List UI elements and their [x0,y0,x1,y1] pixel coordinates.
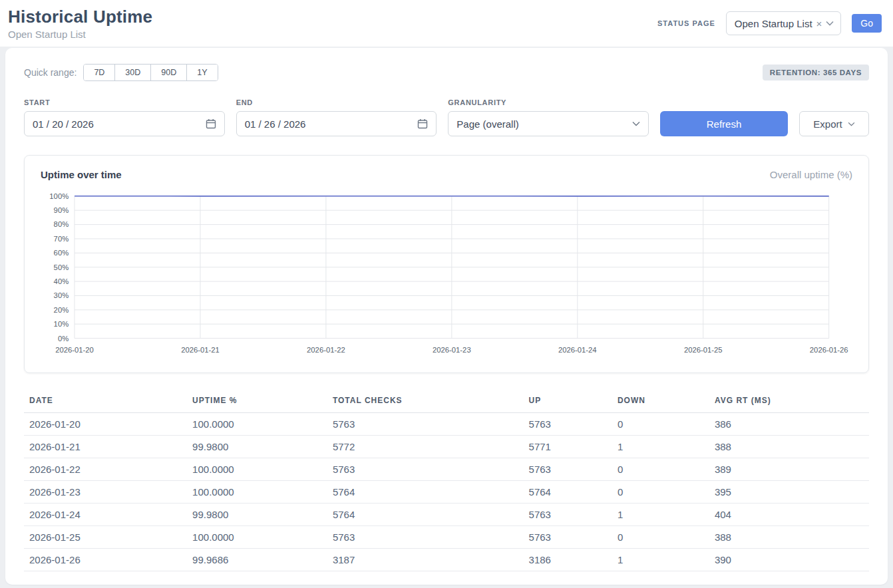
svg-text:2026-01-24: 2026-01-24 [558,346,597,354]
table-row: 2026-01-25 100.0000 5763 5763 0 388 [24,525,869,548]
table-cell: 388 [709,525,869,548]
table-cell: 5763 [524,458,612,480]
chevron-down-icon [632,121,640,126]
table-row: 2026-01-24 99.9800 5764 5763 1 404 [24,503,869,525]
table-cell: 99.9800 [187,435,327,458]
svg-text:80%: 80% [54,220,69,228]
clear-selection-icon[interactable]: × [816,19,822,29]
table-cell: 5763 [524,525,612,548]
svg-text:2026-01-25: 2026-01-25 [684,346,723,354]
page-subtitle: Open Startup List [8,29,152,40]
column-header-up: UP [524,389,612,413]
go-button[interactable]: Go [852,14,882,33]
table-cell: 2026-01-26 [24,548,187,571]
export-button-label: Export [813,118,842,130]
table-cell: 1 [612,435,709,458]
header-actions: STATUS PAGE Open Startup List × Go [657,11,882,35]
table-cell: 5771 [524,435,612,458]
table-cell: 1 [612,548,709,571]
granularity-value: Page (overall) [456,118,518,130]
table-cell: 1 [612,503,709,525]
chart-legend: Overall uptime (%) [770,169,852,180]
svg-text:20%: 20% [54,306,69,314]
table-cell: 389 [709,458,869,480]
table-cell: 395 [709,480,869,503]
table-cell: 100.0000 [187,458,327,480]
end-date-label: END [236,98,437,106]
svg-text:50%: 50% [54,263,69,271]
svg-text:90%: 90% [54,206,69,214]
table-cell: 99.9686 [187,548,327,571]
table-row: 2026-01-21 99.9800 5772 5771 1 388 [24,435,869,458]
column-header-down: DOWN [612,389,709,413]
table-row: 2026-01-22 100.0000 5763 5763 0 389 [24,458,869,480]
chart-title: Uptime over time [41,169,122,180]
chevron-down-icon [848,122,855,126]
table-cell: 3186 [524,548,612,571]
table-cell: 5763 [524,412,612,435]
table-cell: 2026-01-23 [24,480,187,503]
export-button[interactable]: Export [799,111,869,136]
page-header: Historical Uptime Open Startup List STAT… [0,0,893,47]
svg-text:30%: 30% [54,291,69,299]
svg-text:2026-01-23: 2026-01-23 [433,346,471,354]
table-row: 2026-01-26 99.9686 3187 3186 1 390 [24,548,869,571]
table-cell: 5764 [327,480,524,503]
status-page-value: Open Startup List [735,18,812,29]
column-header-date: DATE [24,389,187,413]
table-cell: 404 [709,503,869,525]
retention-badge: RETENTION: 365 DAYS [763,65,869,80]
column-header-total-checks: TOTAL CHECKS [327,389,524,413]
filter-form: START 01 / 20 / 2026 END 01 / 26 / 2026 … [24,98,869,136]
chevron-down-icon [826,21,834,26]
table-cell: 0 [612,525,709,548]
start-date-input[interactable]: 01 / 20 / 2026 [24,111,225,136]
granularity-field: GRANULARITY Page (overall) [448,98,649,136]
status-page-select[interactable]: Open Startup List × [726,11,842,35]
chart-header: Uptime over time Overall uptime (%) [41,169,852,180]
uptime-line-chart: 0%10%20%30%40%50%60%70%80%90%100%2026-01… [41,190,852,361]
table-cell: 5763 [327,412,524,435]
calendar-icon[interactable] [206,118,216,129]
end-date-input[interactable]: 01 / 26 / 2026 [236,111,437,136]
svg-text:2026-01-20: 2026-01-20 [55,346,94,354]
table-cell: 386 [709,412,869,435]
svg-text:2026-01-21: 2026-01-21 [181,346,220,354]
quick-range-label: Quick range: [24,67,77,78]
end-date-value: 01 / 26 / 2026 [245,118,306,130]
table-cell: 3187 [327,548,524,571]
table-cell: 5763 [327,458,524,480]
table-cell: 2026-01-22 [24,458,187,480]
table-cell: 2026-01-20 [24,412,187,435]
table-cell: 100.0000 [187,480,327,503]
refresh-button[interactable]: Refresh [660,111,788,136]
title-block: Historical Uptime Open Startup List [8,7,152,40]
svg-text:100%: 100% [49,192,69,200]
table-cell: 100.0000 [187,525,327,548]
table-cell: 0 [612,480,709,503]
table-cell: 5763 [327,525,524,548]
table-cell: 0 [612,412,709,435]
column-header-avg-rt: AVG RT (MS) [709,389,869,413]
quick-range-7d-button[interactable]: 7D [84,65,115,80]
calendar-icon[interactable] [417,118,428,129]
quick-range-1y-button[interactable]: 1Y [187,65,217,80]
quick-range-row: Quick range: 7D 30D 90D 1Y RETENTION: 36… [24,64,869,81]
svg-text:70%: 70% [54,235,69,243]
chart-card: Uptime over time Overall uptime (%) 0%10… [24,155,869,373]
table-cell: 2026-01-21 [24,435,187,458]
table-cell: 5763 [524,503,612,525]
quick-range-90d-button[interactable]: 90D [151,65,187,80]
table-cell: 5764 [327,503,524,525]
start-date-label: START [24,98,225,106]
quick-range-30d-button[interactable]: 30D [115,65,151,80]
granularity-select[interactable]: Page (overall) [448,111,649,136]
quick-range-group: 7D 30D 90D 1Y [83,64,218,81]
status-page-label: STATUS PAGE [657,19,715,27]
table-cell: 100.0000 [187,412,327,435]
table-cell: 390 [709,548,869,571]
table-cell: 388 [709,435,869,458]
end-date-field: END 01 / 26 / 2026 [236,98,437,136]
column-header-uptime: UPTIME % [187,389,327,413]
start-date-value: 01 / 20 / 2026 [33,118,94,130]
